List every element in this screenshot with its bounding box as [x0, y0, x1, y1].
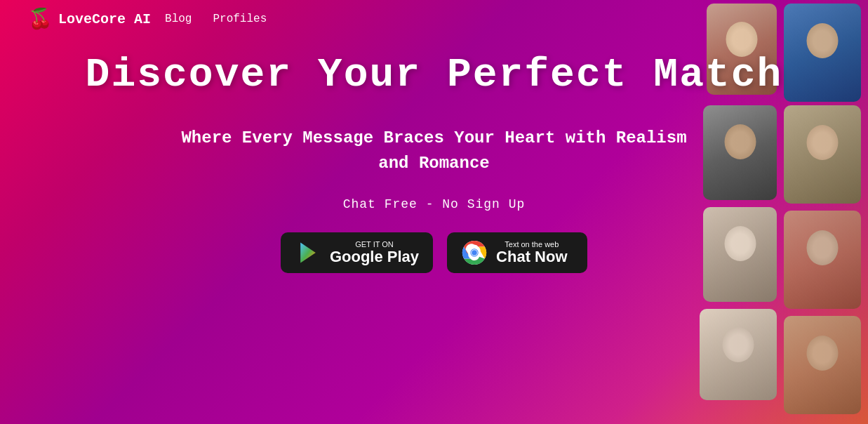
hero-section: Discover Your Perfect Match Where Every …: [0, 38, 868, 273]
chat-now-text: Text on the web Chat Now: [496, 240, 567, 265]
chat-now-button[interactable]: Text on the web Chat Now: [447, 232, 587, 273]
cta-buttons: GET IT ON Google Play Text on the web: [281, 232, 587, 273]
hero-title: Discover Your Perfect Match: [86, 52, 783, 98]
chrome-icon: [461, 239, 488, 266]
logo-text: LoveCore AI: [58, 11, 151, 27]
logo[interactable]: 🍒 LoveCore AI: [28, 7, 151, 31]
google-play-text: GET IT ON Google Play: [330, 240, 419, 265]
svg-point-4: [472, 250, 477, 256]
hero-subtitle: Where Every Message Braces Your Heart wi…: [171, 126, 697, 176]
svg-marker-0: [300, 243, 316, 263]
nav-links: Blog Profiles: [165, 13, 267, 25]
nav-blog[interactable]: Blog: [165, 13, 192, 25]
navbar: 🍒 LoveCore AI Blog Profiles: [0, 0, 868, 38]
hero-free-text: Chat Free - No Sign Up: [343, 197, 526, 211]
google-play-button[interactable]: GET IT ON Google Play: [281, 232, 433, 273]
profile-image-7: [700, 309, 777, 400]
google-play-icon: [295, 239, 321, 266]
nav-profiles[interactable]: Profiles: [213, 13, 267, 25]
profile-image-8: [784, 316, 861, 414]
logo-emoji: 🍒: [28, 7, 53, 31]
